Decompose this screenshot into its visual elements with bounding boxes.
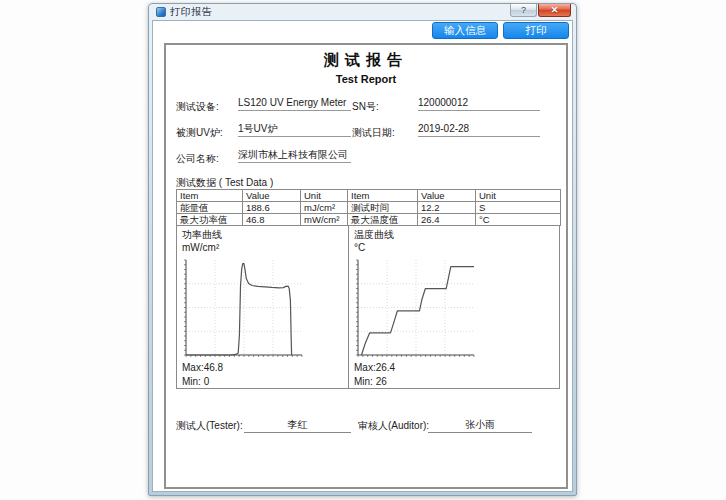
power-curve-unit: mW/cm²: [182, 242, 219, 253]
company-value: 深圳市林上科技有限公司: [238, 148, 351, 163]
table-cell: 最大功率值: [177, 214, 243, 226]
report-subtitle: Test Report: [166, 73, 566, 85]
power-curve-title: 功率曲线: [182, 228, 222, 242]
input-info-button[interactable]: 输入信息: [432, 22, 498, 39]
col-header: Item: [348, 190, 418, 202]
oven-value: 1号UV炉: [238, 122, 351, 137]
print-report-dialog: 打印报告 ? ✕ 输入信息 打印 测试报告 Test Report 测试设备: …: [148, 3, 577, 496]
print-button[interactable]: 打印: [503, 22, 569, 39]
table-cell: S: [476, 202, 561, 214]
table-cell: 12.2: [418, 202, 476, 214]
table-cell: 能量值: [177, 202, 243, 214]
date-label: 测试日期:: [352, 126, 395, 140]
dialog-client-area: 输入信息 打印 测试报告 Test Report 测试设备: LS120 UV …: [152, 20, 573, 492]
title-bar[interactable]: 打印报告 ? ✕: [152, 4, 573, 20]
charts-section: 功率曲线 mW/cm² Max:46.8 Min: 0 温度曲线 °C Max:…: [176, 225, 560, 389]
table-cell: 188.6: [243, 202, 301, 214]
temperature-min-label: Min: 26: [354, 376, 387, 387]
table-row: 最大功率值 46.8 mW/cm² 最大温度值 26.4 °C: [177, 214, 561, 226]
power-min-label: Min: 0: [182, 376, 209, 387]
col-header: Unit: [476, 190, 561, 202]
signature-section: 测试人(Tester): 李红 审核人(Auditor): 张小雨: [166, 417, 566, 439]
screen: 打印报告 ? ✕ 输入信息 打印 测试报告 Test Report 测试设备: …: [0, 0, 726, 500]
table-cell: 测试时间: [348, 202, 418, 214]
temperature-curve-panel: 温度曲线 °C Max:26.4 Min: 26: [349, 226, 559, 388]
power-curve-chart: [182, 257, 304, 361]
table-row: 能量值 188.6 mJ/cm² 测试时间 12.2 S: [177, 202, 561, 214]
auditor-value: 张小雨: [428, 417, 532, 433]
power-max-label: Max:46.8: [182, 362, 223, 373]
col-header: Value: [418, 190, 476, 202]
report-title: 测试报告: [166, 51, 566, 70]
table-cell: 最大温度值: [348, 214, 418, 226]
col-header: Unit: [301, 190, 348, 202]
col-header: Item: [177, 190, 243, 202]
window-controls: ? ✕: [510, 4, 571, 17]
sn-label: SN号:: [352, 100, 379, 114]
test-data-section-label: 测试数据 ( Test Data ): [176, 176, 273, 190]
sn-value: 120000012: [418, 96, 540, 111]
date-value: 2019-02-28: [418, 122, 540, 137]
help-icon[interactable]: ?: [510, 4, 537, 17]
app-icon: [156, 7, 166, 17]
table-cell: 46.8: [243, 214, 301, 226]
company-label: 公司名称:: [176, 152, 219, 166]
temperature-curve-title: 温度曲线: [354, 228, 394, 242]
window-title: 打印报告: [170, 5, 212, 19]
oven-label: 被测UV炉:: [176, 126, 223, 140]
report-page: 测试报告 Test Report 测试设备: LS120 UV Energy M…: [164, 43, 568, 489]
col-header: Value: [243, 190, 301, 202]
table-cell: mW/cm²: [301, 214, 348, 226]
table-cell: mJ/cm²: [301, 202, 348, 214]
temperature-curve-chart: [354, 257, 476, 361]
table-cell: °C: [476, 214, 561, 226]
test-data-table: Item Value Unit Item Value Unit 能量值 188.…: [176, 189, 561, 226]
table-cell: 26.4: [418, 214, 476, 226]
temperature-max-label: Max:26.4: [354, 362, 395, 373]
table-header-row: Item Value Unit Item Value Unit: [177, 190, 561, 202]
power-curve-panel: 功率曲线 mW/cm² Max:46.8 Min: 0: [177, 226, 349, 388]
device-value: LS120 UV Energy Meter: [238, 96, 351, 111]
auditor-label: 审核人(Auditor):: [358, 419, 429, 433]
toolbar: 输入信息 打印: [432, 22, 569, 39]
tester-value: 李红: [244, 417, 351, 433]
device-label: 测试设备:: [176, 100, 219, 114]
tester-label: 测试人(Tester):: [176, 419, 243, 433]
temperature-curve-unit: °C: [354, 242, 365, 253]
close-icon[interactable]: ✕: [538, 4, 571, 17]
